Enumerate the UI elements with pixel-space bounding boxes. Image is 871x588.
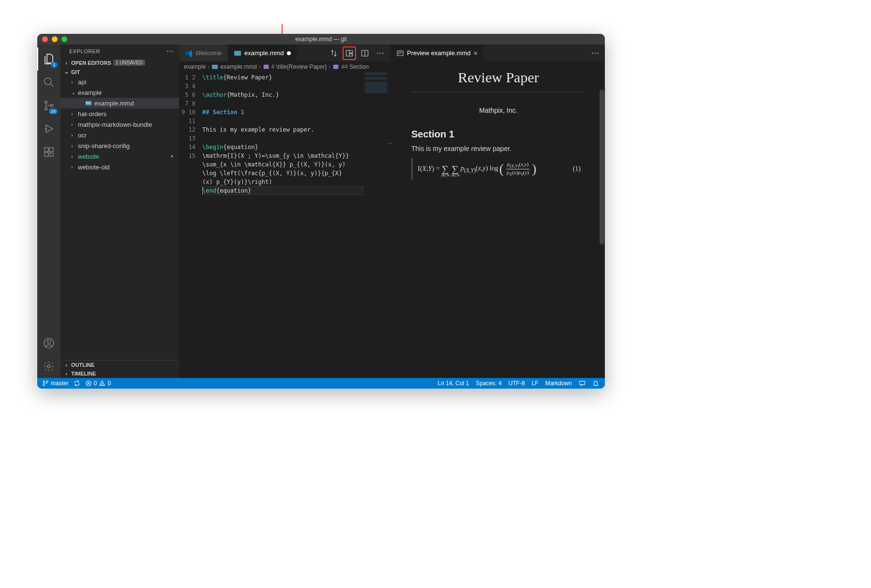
chevron-right-icon: › [71, 121, 78, 127]
close-tab-button[interactable]: × [474, 49, 478, 57]
tree-folder-hat-orders[interactable]: ›hat-orders [60, 108, 179, 119]
svg-rect-11 [45, 152, 48, 156]
tree-folder-api[interactable]: ›api [60, 76, 179, 87]
ellipsis-icon: ⋯ [591, 48, 599, 58]
explorer-sidebar: EXPLORER ⋯ › OPEN EDITORS 1 UNSAVED ⌄ GI… [60, 45, 179, 378]
editor-tab-row: Welcome example.mmd [179, 45, 390, 61]
tab-preview-example-mmd[interactable]: Preview example.mmd × [390, 45, 484, 61]
more-actions-button[interactable]: ⋯ [374, 46, 387, 60]
timeline-section[interactable]: › TIMELINE [60, 369, 179, 378]
tree-folder-website[interactable]: ›website• [60, 151, 179, 162]
breadcrumb-item-folder[interactable]: example [184, 63, 206, 70]
workspace-root-section[interactable]: ⌄ GIT [60, 67, 179, 76]
feedback-button[interactable] [579, 380, 586, 387]
preview-equation: I(X;Y) = ∑y∈𝒴 ∑x∈𝒳 p(X,Y)(x,y) log ( p(X… [411, 158, 586, 180]
compare-changes-button[interactable] [327, 46, 341, 60]
markdown-preview-pane: Review Paper Mathpix, Inc. Section 1 Thi… [392, 61, 605, 378]
tree-folder-ocr[interactable]: ›ocr [60, 130, 179, 140]
encoding-status[interactable]: UTF-8 [509, 380, 525, 387]
chevron-right-icon: › [208, 63, 210, 70]
chevron-right-icon: › [63, 371, 69, 377]
svg-point-32 [46, 381, 48, 383]
file-tree: ›api ⌄example example.mmd ›hat-orders ›m… [60, 76, 179, 360]
breadcrumb-item-title[interactable]: # \title{Review Paper} [263, 63, 327, 70]
gear-icon [43, 361, 55, 372]
language-mode-status[interactable]: Markdown [545, 380, 572, 387]
maximize-window-button[interactable] [61, 36, 67, 42]
preview-title: Review Paper [411, 69, 586, 86]
heading-icon [263, 63, 270, 70]
chevron-right-icon: › [259, 63, 261, 70]
cursor-position-status[interactable]: Ln 14, Col 1 [438, 380, 469, 387]
preview-body[interactable]: Review Paper Mathpix, Inc. Section 1 Thi… [392, 61, 605, 378]
account-icon [43, 337, 55, 349]
chevron-right-icon: › [71, 111, 78, 117]
tree-folder-mathpix-markdown-bundle[interactable]: ›mathpix-markdown-bundle [60, 119, 179, 130]
svg-point-6 [51, 105, 53, 107]
tree-folder-example[interactable]: ⌄example [60, 87, 179, 98]
heading-icon [332, 63, 339, 70]
open-preview-side-button[interactable] [343, 46, 356, 60]
problems-status[interactable]: 0 0 [85, 380, 111, 387]
tab-label: Welcome [195, 49, 222, 57]
tree-folder-website-old[interactable]: ›website-old [60, 162, 179, 172]
diff-icon [330, 49, 338, 57]
explorer-badge: 1 [51, 62, 58, 68]
title-rule [411, 91, 586, 92]
source-control-activity-button[interactable]: 24 [37, 94, 60, 117]
minimize-window-button[interactable] [52, 36, 58, 42]
outline-section[interactable]: › OUTLINE [60, 361, 179, 369]
editor-area: Welcome example.mmd [179, 45, 605, 378]
tree-folder-snip-shared-config[interactable]: ›snip-shared-config [60, 140, 179, 151]
scrollbar-thumb[interactable] [600, 90, 604, 244]
tab-welcome[interactable]: Welcome [179, 45, 228, 61]
breadcrumb-item-section[interactable]: ## Section [332, 63, 369, 70]
run-debug-activity-button[interactable] [37, 117, 60, 140]
error-icon [85, 380, 92, 387]
sync-button[interactable] [74, 380, 80, 387]
preview-side-icon [345, 49, 353, 57]
split-editor-icon [361, 49, 369, 57]
explorer-activity-button[interactable]: 1 [37, 47, 60, 71]
svg-point-2 [45, 78, 51, 85]
chevron-right-icon: › [63, 60, 69, 66]
markdown-file-icon [211, 63, 218, 70]
search-activity-button[interactable] [37, 71, 60, 94]
ellipsis-icon: ⋯ [376, 48, 384, 58]
code-editor[interactable]: 1 2 3 4 5 6 7 8 9 10 11 12 13 14 15 \tit… [179, 72, 388, 212]
indentation-status[interactable]: Spaces: 4 [476, 380, 501, 387]
breadcrumb-item-file[interactable]: example.mmd [211, 63, 256, 70]
tree-file-example-mmd[interactable]: example.mmd [60, 98, 179, 108]
svg-rect-27 [212, 64, 218, 69]
accounts-activity-button[interactable] [37, 332, 60, 355]
svg-rect-10 [49, 148, 53, 151]
git-branch-status[interactable]: master [42, 380, 69, 387]
feedback-icon [579, 380, 586, 387]
sidebar-title: EXPLORER [69, 48, 100, 54]
sync-icon [74, 380, 80, 387]
breadcrumb: example › example.mmd › # \title{Review … [179, 61, 390, 72]
preview-icon [396, 49, 404, 57]
open-editors-section[interactable]: › OPEN EDITORS 1 UNSAVED [60, 58, 179, 67]
svg-point-4 [45, 101, 47, 104]
svg-line-3 [50, 84, 53, 87]
settings-activity-button[interactable] [37, 355, 60, 378]
close-window-button[interactable] [42, 36, 48, 42]
notifications-button[interactable] [592, 380, 599, 387]
svg-rect-28 [263, 64, 269, 69]
chevron-right-icon: › [63, 362, 69, 368]
svg-point-31 [43, 384, 45, 386]
split-editor-button[interactable] [358, 46, 372, 60]
chevron-right-icon: › [71, 132, 78, 138]
eol-status[interactable]: LF [532, 380, 539, 387]
traffic-lights [37, 36, 67, 42]
preview-more-actions-button[interactable]: ⋯ [588, 46, 602, 60]
minimap[interactable] [364, 72, 388, 212]
sidebar-more-button[interactable]: ⋯ [166, 47, 174, 55]
debug-icon [43, 123, 55, 135]
extensions-activity-button[interactable] [37, 140, 60, 164]
unsaved-badge: 1 UNSAVED [113, 60, 145, 66]
line-number-gutter: 1 2 3 4 5 6 7 8 9 10 11 12 13 14 15 [179, 72, 202, 212]
chevron-right-icon: › [71, 79, 78, 85]
tab-example-mmd[interactable]: example.mmd [228, 45, 297, 61]
